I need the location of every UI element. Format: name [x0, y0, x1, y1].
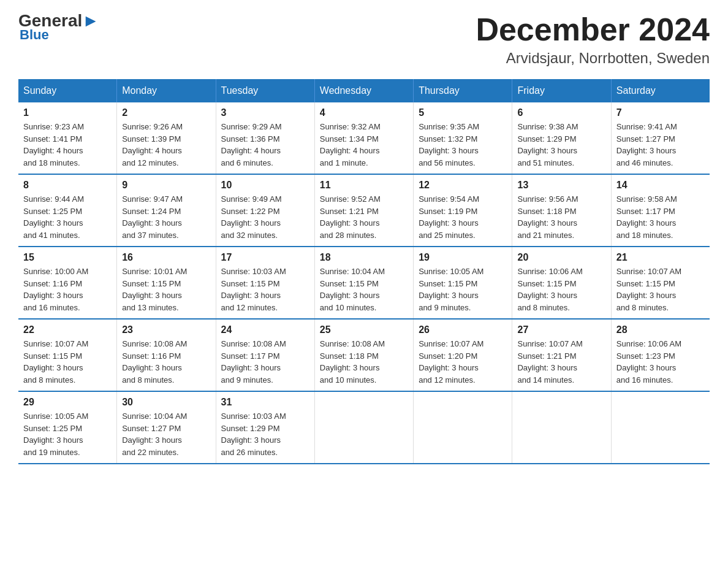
day-number: 21	[616, 252, 705, 263]
logo-arrow-icon: ►	[82, 11, 99, 30]
day-info: Sunrise: 10:06 AM Sunset: 1:15 PM Daylig…	[517, 266, 605, 313]
day-number: 2	[122, 107, 210, 118]
month-title: December 2024	[476, 12, 710, 47]
calendar-cell: 27Sunrise: 10:07 AM Sunset: 1:21 PM Dayl…	[512, 319, 611, 391]
day-info: Sunrise: 10:03 AM Sunset: 1:29 PM Daylig…	[221, 410, 309, 458]
calendar-cell: 7Sunrise: 9:41 AM Sunset: 1:27 PM Daylig…	[611, 102, 710, 174]
calendar-cell: 17Sunrise: 10:03 AM Sunset: 1:15 PM Dayl…	[216, 247, 314, 319]
day-info: Sunrise: 9:26 AM Sunset: 1:39 PM Dayligh…	[122, 121, 210, 169]
day-number: 25	[320, 324, 408, 335]
day-number: 20	[517, 252, 605, 263]
calendar-cell: 19Sunrise: 10:05 AM Sunset: 1:15 PM Dayl…	[414, 247, 512, 319]
calendar-cell: 9Sunrise: 9:47 AM Sunset: 1:24 PM Daylig…	[117, 174, 216, 247]
week-row-5: 29Sunrise: 10:05 AM Sunset: 1:25 PM Dayl…	[18, 391, 710, 464]
day-number: 6	[517, 107, 605, 118]
day-number: 31	[221, 397, 309, 408]
day-info: Sunrise: 10:07 AM Sunset: 1:20 PM Daylig…	[419, 338, 507, 386]
day-number: 3	[221, 107, 309, 118]
calendar-cell: 8Sunrise: 9:44 AM Sunset: 1:25 PM Daylig…	[18, 174, 117, 247]
day-info: Sunrise: 9:58 AM Sunset: 1:17 PM Dayligh…	[616, 193, 705, 241]
weekday-header-friday: Friday	[512, 79, 611, 102]
day-number: 14	[616, 180, 705, 191]
day-number: 23	[122, 324, 210, 335]
calendar-cell: 29Sunrise: 10:05 AM Sunset: 1:25 PM Dayl…	[18, 391, 117, 464]
calendar-cell: 26Sunrise: 10:07 AM Sunset: 1:20 PM Dayl…	[414, 319, 512, 391]
week-row-2: 8Sunrise: 9:44 AM Sunset: 1:25 PM Daylig…	[18, 174, 710, 247]
calendar-cell	[512, 391, 611, 464]
calendar-cell: 4Sunrise: 9:32 AM Sunset: 1:34 PM Daylig…	[314, 102, 413, 174]
calendar-cell: 3Sunrise: 9:29 AM Sunset: 1:36 PM Daylig…	[216, 102, 314, 174]
weekday-header-sunday: Sunday	[18, 79, 117, 102]
calendar-cell: 10Sunrise: 9:49 AM Sunset: 1:22 PM Dayli…	[216, 174, 314, 247]
calendar-cell: 23Sunrise: 10:08 AM Sunset: 1:16 PM Dayl…	[117, 319, 216, 391]
calendar-cell: 5Sunrise: 9:35 AM Sunset: 1:32 PM Daylig…	[414, 102, 512, 174]
day-info: Sunrise: 10:07 AM Sunset: 1:15 PM Daylig…	[616, 266, 705, 313]
day-number: 24	[221, 324, 309, 335]
day-info: Sunrise: 10:08 AM Sunset: 1:18 PM Daylig…	[320, 338, 408, 386]
day-info: Sunrise: 9:38 AM Sunset: 1:29 PM Dayligh…	[517, 121, 605, 169]
calendar-cell: 20Sunrise: 10:06 AM Sunset: 1:15 PM Dayl…	[512, 247, 611, 319]
calendar-table: SundayMondayTuesdayWednesdayThursdayFrid…	[18, 79, 710, 464]
calendar-cell: 13Sunrise: 9:56 AM Sunset: 1:18 PM Dayli…	[512, 174, 611, 247]
weekday-header-monday: Monday	[117, 79, 216, 102]
day-info: Sunrise: 10:06 AM Sunset: 1:23 PM Daylig…	[616, 338, 705, 386]
day-number: 10	[221, 180, 309, 191]
calendar-cell: 2Sunrise: 9:26 AM Sunset: 1:39 PM Daylig…	[117, 102, 216, 174]
calendar-cell: 25Sunrise: 10:08 AM Sunset: 1:18 PM Dayl…	[314, 319, 413, 391]
calendar-cell: 18Sunrise: 10:04 AM Sunset: 1:15 PM Dayl…	[314, 247, 413, 319]
day-info: Sunrise: 10:03 AM Sunset: 1:15 PM Daylig…	[221, 266, 309, 313]
page-header: General► Blue December 2024 Arvidsjaur, …	[18, 12, 710, 67]
day-info: Sunrise: 9:47 AM Sunset: 1:24 PM Dayligh…	[122, 193, 210, 241]
day-number: 8	[23, 180, 112, 191]
day-info: Sunrise: 10:00 AM Sunset: 1:16 PM Daylig…	[23, 266, 112, 313]
week-row-3: 15Sunrise: 10:00 AM Sunset: 1:16 PM Dayl…	[18, 247, 710, 319]
day-number: 28	[616, 324, 705, 335]
calendar-cell: 31Sunrise: 10:03 AM Sunset: 1:29 PM Dayl…	[216, 391, 314, 464]
day-number: 7	[616, 107, 705, 118]
calendar-cell: 1Sunrise: 9:23 AM Sunset: 1:41 PM Daylig…	[18, 102, 117, 174]
day-number: 30	[122, 397, 210, 408]
day-info: Sunrise: 10:04 AM Sunset: 1:27 PM Daylig…	[122, 410, 210, 458]
title-block: December 2024 Arvidsjaur, Norrbotten, Sw…	[476, 12, 710, 67]
day-number: 1	[23, 107, 112, 118]
day-number: 16	[122, 252, 210, 263]
calendar-cell: 14Sunrise: 9:58 AM Sunset: 1:17 PM Dayli…	[611, 174, 710, 247]
weekday-header-thursday: Thursday	[414, 79, 512, 102]
calendar-cell: 28Sunrise: 10:06 AM Sunset: 1:23 PM Dayl…	[611, 319, 710, 391]
day-info: Sunrise: 9:52 AM Sunset: 1:21 PM Dayligh…	[320, 193, 408, 241]
day-info: Sunrise: 10:04 AM Sunset: 1:15 PM Daylig…	[320, 266, 408, 313]
calendar-cell: 6Sunrise: 9:38 AM Sunset: 1:29 PM Daylig…	[512, 102, 611, 174]
calendar-cell: 30Sunrise: 10:04 AM Sunset: 1:27 PM Dayl…	[117, 391, 216, 464]
day-info: Sunrise: 10:01 AM Sunset: 1:15 PM Daylig…	[122, 266, 210, 313]
day-info: Sunrise: 9:23 AM Sunset: 1:41 PM Dayligh…	[23, 121, 112, 169]
logo-blue-text: Blue	[20, 27, 49, 43]
calendar-cell	[414, 391, 512, 464]
day-info: Sunrise: 10:08 AM Sunset: 1:16 PM Daylig…	[122, 338, 210, 386]
day-number: 29	[23, 397, 112, 408]
day-info: Sunrise: 10:07 AM Sunset: 1:15 PM Daylig…	[23, 338, 112, 386]
day-number: 15	[23, 252, 112, 263]
weekday-header-saturday: Saturday	[611, 79, 710, 102]
day-number: 9	[122, 180, 210, 191]
calendar-cell: 11Sunrise: 9:52 AM Sunset: 1:21 PM Dayli…	[314, 174, 413, 247]
day-info: Sunrise: 9:49 AM Sunset: 1:22 PM Dayligh…	[221, 193, 309, 241]
day-info: Sunrise: 9:44 AM Sunset: 1:25 PM Dayligh…	[23, 193, 112, 241]
week-row-4: 22Sunrise: 10:07 AM Sunset: 1:15 PM Dayl…	[18, 319, 710, 391]
day-number: 22	[23, 324, 112, 335]
day-number: 26	[419, 324, 507, 335]
weekday-header-wednesday: Wednesday	[314, 79, 413, 102]
day-number: 4	[320, 107, 408, 118]
day-info: Sunrise: 10:05 AM Sunset: 1:15 PM Daylig…	[419, 266, 507, 313]
day-info: Sunrise: 10:08 AM Sunset: 1:17 PM Daylig…	[221, 338, 309, 386]
weekday-header-tuesday: Tuesday	[216, 79, 314, 102]
week-row-1: 1Sunrise: 9:23 AM Sunset: 1:41 PM Daylig…	[18, 102, 710, 174]
day-info: Sunrise: 10:05 AM Sunset: 1:25 PM Daylig…	[23, 410, 112, 458]
day-info: Sunrise: 9:54 AM Sunset: 1:19 PM Dayligh…	[419, 193, 507, 241]
calendar-cell	[314, 391, 413, 464]
day-info: Sunrise: 9:41 AM Sunset: 1:27 PM Dayligh…	[616, 121, 705, 169]
day-number: 13	[517, 180, 605, 191]
day-number: 5	[419, 107, 507, 118]
day-number: 11	[320, 180, 408, 191]
day-number: 19	[419, 252, 507, 263]
weekday-header-row: SundayMondayTuesdayWednesdayThursdayFrid…	[18, 79, 710, 102]
